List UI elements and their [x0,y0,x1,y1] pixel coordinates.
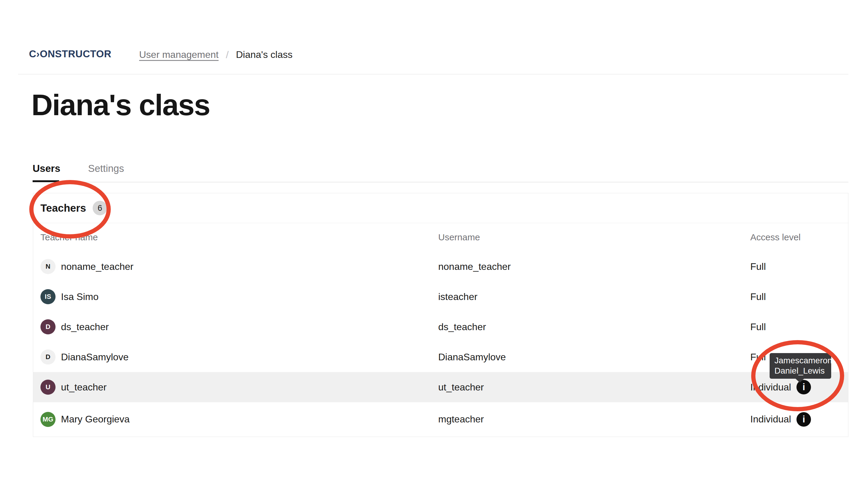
avatar: N [40,259,56,274]
teacher-name: Isa Simo [61,291,98,302]
access-level-cell: Full [750,321,848,333]
access-level: Full [750,261,766,272]
access-level: Full [750,351,766,363]
username-cell: mgteacher [438,414,750,425]
teacher-name-cell: N noname_teacher [40,259,438,274]
username: ds_teacher [438,321,486,332]
username: isteacher [438,291,477,302]
table-row[interactable]: D ds_teacher ds_teacher Full [33,312,848,342]
tab-users[interactable]: Users [33,163,60,174]
access-level: Individual [750,382,791,393]
teacher-name: Mary Georgieva [61,414,130,425]
active-tab-indicator [33,180,59,182]
access-level: Full [750,291,766,302]
teachers-section-title: Teachers [40,202,86,214]
username: noname_teacher [438,261,511,272]
tooltip-line: Daniel_Lewis [774,366,826,376]
teacher-name: DianaSamylove [61,351,129,363]
access-level: Full [750,321,766,333]
teacher-name: ds_teacher [61,321,108,333]
avatar: D [40,319,56,334]
table-column-headers: Teacher name Username Access level [33,223,848,251]
teacher-name: ut_teacher [61,382,106,393]
avatar: D [40,349,56,365]
username: ut_teacher [438,382,484,393]
table-row-highlighted[interactable]: U ut_teacher ut_teacher Individual i [33,372,848,402]
breadcrumb-link-user-management[interactable]: User management [139,49,218,60]
username-cell: ut_teacher [438,382,750,393]
breadcrumb: User management / Diana's class [139,49,292,61]
breadcrumb-current: Diana's class [236,49,293,60]
access-tooltip: Jamescameron Daniel_Lewis [770,353,831,379]
tabs-border [33,182,848,182]
header-divider [18,74,848,74]
teacher-name-cell: D ds_teacher [40,319,438,334]
breadcrumb-separator: / [226,49,228,61]
tooltip-caret [796,379,804,383]
teacher-name-cell: U ut_teacher [40,380,438,395]
access-level-cell: Full [750,261,848,272]
constructor-logo[interactable]: C›ONSTRUCTOR [29,48,112,60]
access-level: Individual [750,414,791,425]
avatar: IS [40,289,56,304]
table-row[interactable]: IS Isa Simo isteacher Full [33,282,848,312]
tooltip-line: Jamescameron [774,355,826,366]
avatar: U [40,380,56,395]
column-header-teacher-name: Teacher name [40,232,438,242]
access-level-cell: Individual i [750,412,848,427]
avatar: MG [40,412,56,427]
access-level-cell: Full [750,291,848,302]
username: mgteacher [438,414,484,424]
tab-bar: Users Settings [33,163,124,174]
column-header-username: Username [438,232,750,242]
teacher-name-cell: IS Isa Simo [40,289,438,304]
teacher-name-cell: MG Mary Georgieva [40,412,438,427]
teachers-section-header: Teachers 6 [33,193,848,223]
column-header-access-level: Access level [750,232,848,242]
teacher-name-cell: D DianaSamylove [40,349,438,365]
table-row[interactable]: N noname_teacher noname_teacher Full [33,251,848,282]
username-cell: noname_teacher [438,261,750,272]
tab-settings[interactable]: Settings [88,163,124,174]
username-cell: DianaSamylove [438,351,750,363]
info-icon[interactable]: i [797,412,811,427]
username: DianaSamylove [438,351,506,363]
username-cell: ds_teacher [438,321,750,333]
table-row[interactable]: D DianaSamylove DianaSamylove Full [33,342,848,372]
username-cell: isteacher [438,291,750,302]
teacher-name: noname_teacher [61,261,133,272]
teachers-table-card: Teachers 6 Teacher name Username Access … [33,193,848,437]
teachers-count-badge: 6 [93,201,107,215]
page-title: Diana's class [31,89,210,121]
table-row[interactable]: MG Mary Georgieva mgteacher Individual i [33,402,848,436]
